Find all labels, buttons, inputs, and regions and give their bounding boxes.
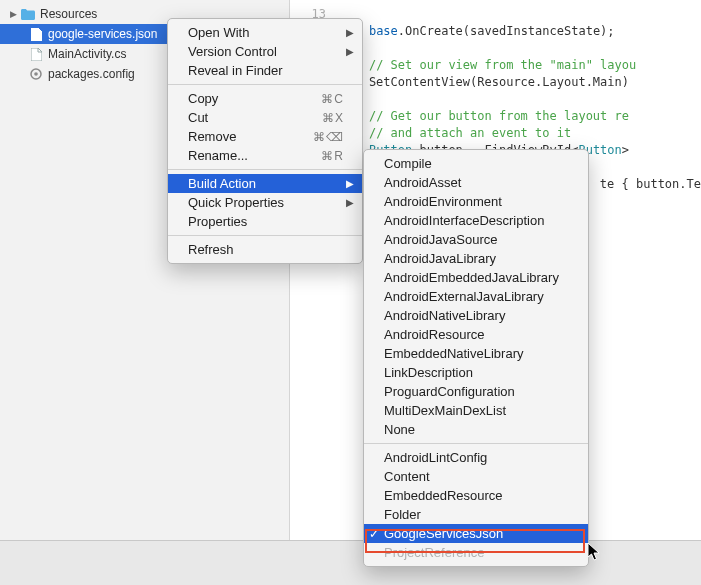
menu-separator — [364, 443, 588, 444]
menu-item-androidlintconfig[interactable]: AndroidLintConfig — [364, 448, 588, 467]
menu-item-googleservicesjson[interactable]: ✓GoogleServicesJson — [364, 524, 588, 543]
menu-item-label: Version Control — [188, 44, 344, 59]
menu-item-label: AndroidAsset — [384, 175, 570, 190]
chevron-right-icon: ▶ — [346, 46, 354, 57]
file-icon — [28, 47, 44, 61]
chevron-right-icon: ▶ — [10, 9, 20, 19]
chevron-right-icon: ▶ — [346, 178, 354, 189]
menu-item-label: EmbeddedResource — [384, 488, 570, 503]
menu-separator — [168, 169, 362, 170]
context-menu: Open With▶Version Control▶Reveal in Find… — [167, 18, 363, 264]
menu-item-label: AndroidLintConfig — [384, 450, 570, 465]
menu-item-androidinterfacedescription[interactable]: AndroidInterfaceDescription — [364, 211, 588, 230]
menu-item-properties[interactable]: Properties — [168, 212, 362, 231]
menu-item-refresh[interactable]: Refresh — [168, 240, 362, 259]
menu-item-androidnativelibrary[interactable]: AndroidNativeLibrary — [364, 306, 588, 325]
menu-item-label: LinkDescription — [384, 365, 570, 380]
menu-shortcut: ⌘R — [321, 149, 344, 163]
chevron-right-icon: ▶ — [346, 197, 354, 208]
chevron-right-icon: ▶ — [346, 27, 354, 38]
menu-item-embeddednativelibrary[interactable]: EmbeddedNativeLibrary — [364, 344, 588, 363]
menu-item-label: Copy — [188, 91, 297, 106]
menu-item-androidjavalibrary[interactable]: AndroidJavaLibrary — [364, 249, 588, 268]
menu-item-proguardconfiguration[interactable]: ProguardConfiguration — [364, 382, 588, 401]
menu-item-label: Content — [384, 469, 570, 484]
menu-item-label: Cut — [188, 110, 298, 125]
menu-item-androidenvironment[interactable]: AndroidEnvironment — [364, 192, 588, 211]
menu-item-label: EmbeddedNativeLibrary — [384, 346, 570, 361]
menu-item-embeddedresource[interactable]: EmbeddedResource — [364, 486, 588, 505]
code-text: // Get our button from the layout re — [340, 108, 701, 125]
menu-item-compile[interactable]: Compile — [364, 154, 588, 173]
menu-item-label: Build Action — [188, 176, 344, 191]
tree-file-label: MainActivity.cs — [48, 47, 126, 61]
menu-item-content[interactable]: Content — [364, 467, 588, 486]
menu-item-label: Properties — [188, 214, 344, 229]
build-action-submenu: CompileAndroidAssetAndroidEnvironmentAnd… — [363, 149, 589, 567]
menu-item-androidexternaljavalibrary[interactable]: AndroidExternalJavaLibrary — [364, 287, 588, 306]
menu-item-androidembeddedjavalibrary[interactable]: AndroidEmbeddedJavaLibrary — [364, 268, 588, 287]
menu-item-reveal-in-finder[interactable]: Reveal in Finder — [168, 61, 362, 80]
menu-separator — [168, 84, 362, 85]
menu-item-label: AndroidResource — [384, 327, 570, 342]
tree-file-label: google-services.json — [48, 27, 157, 41]
menu-item-label: GoogleServicesJson — [384, 526, 570, 541]
menu-item-cut[interactable]: Cut⌘X — [168, 108, 362, 127]
svg-point-1 — [34, 72, 38, 76]
gear-icon — [28, 67, 44, 81]
code-text — [340, 6, 701, 23]
menu-item-copy[interactable]: Copy⌘C — [168, 89, 362, 108]
menu-item-folder[interactable]: Folder — [364, 505, 588, 524]
code-text: // and attach an event to it — [340, 125, 701, 142]
menu-item-rename-[interactable]: Rename...⌘R — [168, 146, 362, 165]
menu-item-none[interactable]: None — [364, 420, 588, 439]
menu-item-label: Refresh — [188, 242, 344, 257]
folder-icon — [20, 7, 36, 21]
menu-item-open-with[interactable]: Open With▶ — [168, 23, 362, 42]
menu-item-label: Folder — [384, 507, 570, 522]
menu-item-label: AndroidJavaSource — [384, 232, 570, 247]
menu-item-androidresource[interactable]: AndroidResource — [364, 325, 588, 344]
menu-item-remove[interactable]: Remove⌘⌫ — [168, 127, 362, 146]
menu-item-multidexmaindexlist[interactable]: MultiDexMainDexList — [364, 401, 588, 420]
menu-item-build-action[interactable]: Build Action▶ — [168, 174, 362, 193]
menu-item-label: AndroidInterfaceDescription — [384, 213, 570, 228]
menu-item-label: AndroidJavaLibrary — [384, 251, 570, 266]
menu-item-quick-properties[interactable]: Quick Properties▶ — [168, 193, 362, 212]
menu-item-label: ProjectReference — [384, 545, 570, 560]
code-text: SetContentView(Resource.Layout.Main) — [340, 74, 701, 91]
menu-item-label: ProguardConfiguration — [384, 384, 570, 399]
menu-item-label: AndroidEnvironment — [384, 194, 570, 209]
menu-item-label: Reveal in Finder — [188, 63, 344, 78]
menu-item-androidasset[interactable]: AndroidAsset — [364, 173, 588, 192]
menu-item-label: Open With — [188, 25, 344, 40]
code-text — [340, 40, 701, 57]
menu-item-label: AndroidNativeLibrary — [384, 308, 570, 323]
menu-item-androidjavasource[interactable]: AndroidJavaSource — [364, 230, 588, 249]
menu-item-label: AndroidEmbeddedJavaLibrary — [384, 270, 570, 285]
menu-shortcut: ⌘⌫ — [313, 130, 344, 144]
menu-item-label: Quick Properties — [188, 195, 344, 210]
menu-item-linkdescription[interactable]: LinkDescription — [364, 363, 588, 382]
cursor-icon — [588, 543, 602, 561]
code-text: base.OnCreate(savedInstanceState); — [340, 23, 701, 40]
code-text — [340, 91, 701, 108]
tree-file-label: packages.config — [48, 67, 135, 81]
menu-separator — [168, 235, 362, 236]
menu-shortcut: ⌘X — [322, 111, 344, 125]
menu-item-label: Remove — [188, 129, 289, 144]
code-text: // Set our view from the "main" layou — [340, 57, 701, 74]
menu-item-version-control[interactable]: Version Control▶ — [168, 42, 362, 61]
menu-item-label: AndroidExternalJavaLibrary — [384, 289, 570, 304]
file-icon — [28, 27, 44, 41]
menu-item-label: Rename... — [188, 148, 297, 163]
menu-item-projectreference[interactable]: ProjectReference — [364, 543, 588, 562]
tree-folder-label: Resources — [40, 7, 97, 21]
menu-item-label: Compile — [384, 156, 570, 171]
check-icon: ✓ — [369, 527, 379, 541]
menu-item-label: None — [384, 422, 570, 437]
menu-shortcut: ⌘C — [321, 92, 344, 106]
menu-item-label: MultiDexMainDexList — [384, 403, 570, 418]
